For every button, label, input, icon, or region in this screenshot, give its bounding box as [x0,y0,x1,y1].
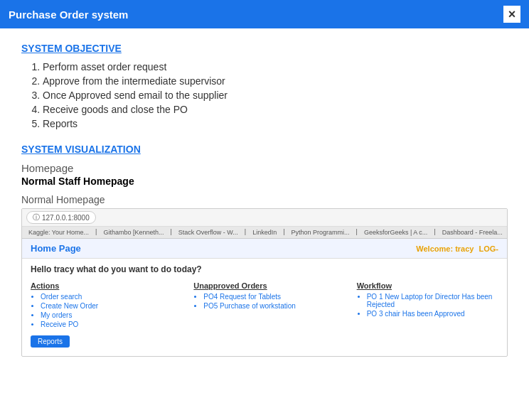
tab-separator: | [434,228,435,237]
title-bar: Purchase Order system × [0,0,529,28]
app-greeting: Hello tracy what do you want to do today… [22,259,507,277]
tab-separator: | [283,228,284,237]
objectives-list: Perform asset order request Approve from… [43,61,508,129]
close-button[interactable]: × [503,6,520,23]
browser-bar: ⓘ 127.0.0.1:8000 [22,209,507,227]
workflow-list: PO 1 New Laptop for Director Has been Re… [367,293,498,318]
list-item: Approve from the intermediate supervisor [43,75,508,87]
browser-tab[interactable]: Dashboard - Freela... [439,228,506,237]
workflow-item[interactable]: PO 1 New Laptop for Director Has been Re… [367,293,498,308]
app-body: Actions Order search Create New Order My… [22,277,507,356]
url-text: 127.0.0.1:8000 [42,214,90,222]
app-header-title: Home Page [31,243,81,254]
browser-tab[interactable]: Python Programmi... [288,228,353,237]
tab-separator: | [170,228,171,237]
workflow-column: Workflow PO 1 New Laptop for Director Ha… [357,281,498,348]
reports-button[interactable]: Reports [31,335,70,348]
unapproved-orders-column: Unapproved Orders PO4 Request for Tablet… [193,281,335,348]
workflow-title: Workflow [357,281,498,290]
tab-separator: | [245,228,246,237]
browser-tabs: Kaggle: Your Home... | Githambo [Kenneth… [22,227,507,239]
normal-homepage-label: Normal Homepage [21,194,508,205]
actions-column: Actions Order search Create New Order My… [31,281,172,348]
unapproved-orders-title: Unapproved Orders [193,281,335,290]
browser-mockup: ⓘ 127.0.0.1:8000 Kaggle: Your Home... | … [21,208,508,357]
app-header-user: Welcome: tracy LOG- [416,244,498,253]
staff-homepage-label: Normal Staff Homepage [21,176,508,187]
order-item[interactable]: PO4 Request for Tablets [203,293,335,301]
system-visualization-section: SYSTEM VISUALIZATION Homepage Normal Sta… [21,144,508,187]
main-content: SYSTEM OBJECTIVE Perform asset order req… [0,28,529,371]
logout-button[interactable]: LOG- [479,244,499,253]
action-item[interactable]: My orders [41,311,172,319]
workflow-item[interactable]: PO 3 chair Has been Approved [367,310,498,318]
homepage-label: Homepage [21,162,508,174]
browser-tab[interactable]: GeeksforGeeks | A c... [360,228,431,237]
unapproved-orders-list: PO4 Request for Tablets PO5 Purchase of … [203,293,335,310]
browser-url[interactable]: ⓘ 127.0.0.1:8000 [26,211,96,224]
list-item: Once Approved send email to the supplier [43,90,508,101]
welcome-label: Welcome: [416,244,453,253]
list-item: Receive goods and close the PO [43,104,508,115]
system-objective-heading: SYSTEM OBJECTIVE [21,43,508,54]
browser-tab[interactable]: Stack Overflow - W... [175,228,242,237]
username: tracy [455,244,474,253]
order-item[interactable]: PO5 Purchase of workstation [203,302,335,310]
window-title: Purchase Order system [9,9,128,21]
list-item: Perform asset order request [43,61,508,72]
action-item[interactable]: Create New Order [41,302,172,310]
tab-separator: | [95,228,97,237]
actions-title: Actions [31,281,172,290]
info-icon: ⓘ [33,212,40,222]
browser-tab[interactable]: LinkedIn [249,228,280,237]
app-header: Home Page Welcome: tracy LOG- [22,239,507,259]
browser-tab[interactable]: Githambo [Kenneth... [100,228,167,237]
system-objective-section: SYSTEM OBJECTIVE Perform asset order req… [21,43,508,129]
browser-tab[interactable]: Kaggle: Your Home... [25,228,92,237]
action-item[interactable]: Order search [41,293,172,301]
action-item[interactable]: Receive PO [41,321,172,328]
actions-list: Order search Create New Order My orders … [41,293,172,328]
system-visualization-heading: SYSTEM VISUALIZATION [21,144,508,155]
list-item: Reports [43,118,508,129]
tab-separator: | [356,228,358,237]
